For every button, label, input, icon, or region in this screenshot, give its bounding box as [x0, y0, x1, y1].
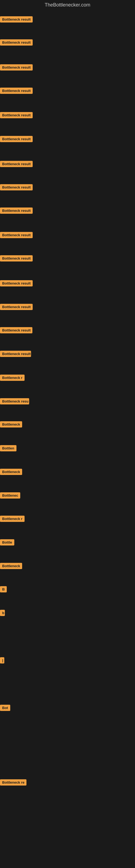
bottleneck-item: Bottleneck [0, 563, 22, 570]
bottleneck-badge: Bottleneck result [0, 232, 33, 238]
bottleneck-item: Bottlenec [0, 492, 20, 500]
bottleneck-badge: Bottleneck r [0, 375, 25, 381]
bottleneck-item: Bottleneck result [0, 88, 33, 95]
bottleneck-badge: Bottleneck re [0, 779, 27, 785]
bottleneck-item: Bottleneck [0, 421, 22, 429]
bottleneck-badge: Bottleneck result [0, 112, 33, 118]
bottleneck-item: Bottle [0, 539, 14, 547]
bottleneck-badge: Bottleneck result [0, 184, 33, 190]
bottleneck-item: Bottleneck result [0, 327, 32, 335]
bottleneck-badge: B [0, 586, 7, 592]
bottleneck-badge: b [0, 610, 5, 616]
site-title: TheBottlenecker.com [0, 0, 135, 9]
bottleneck-item: Bot [0, 705, 10, 712]
bottleneck-badge: Bottleneck [0, 421, 22, 428]
bottleneck-item: | [0, 657, 4, 664]
bottleneck-badge: Bottleneck result [0, 88, 33, 94]
bottleneck-badge: Bottleneck [0, 469, 22, 475]
bottleneck-badge: Bottlen [0, 445, 16, 452]
bottleneck-badge: Bottleneck result [0, 208, 33, 214]
bottleneck-item: Bottleneck re [0, 779, 27, 786]
bottleneck-item: Bottleneck result [0, 351, 31, 358]
bottleneck-badge: | [0, 657, 4, 663]
bottleneck-badge: Bottlenec [0, 492, 20, 499]
bottleneck-badge: Bottleneck result [0, 39, 33, 45]
bottleneck-badge: Bottle [0, 539, 14, 546]
bottleneck-badge: Bottleneck [0, 563, 22, 569]
bottleneck-item: Bottleneck result [0, 39, 33, 46]
bottleneck-item: Bottleneck result [0, 64, 33, 72]
bottleneck-item: Bottleneck result [0, 208, 33, 215]
bottleneck-item: Bottlen [0, 445, 16, 453]
bottleneck-item: B [0, 586, 7, 593]
bottleneck-item: Bottleneck result [0, 16, 33, 24]
bottleneck-badge: Bottleneck result [0, 136, 33, 142]
bottleneck-badge: Bottleneck result [0, 304, 33, 310]
bottleneck-item: Bottleneck result [0, 112, 33, 119]
bottleneck-item: Bottleneck result [0, 280, 33, 287]
bottleneck-badge: Bottleneck result [0, 161, 33, 167]
bottleneck-badge: Bottleneck r [0, 516, 25, 522]
bottleneck-item: Bottleneck r [0, 516, 25, 523]
bottleneck-item: b [0, 610, 5, 617]
bottleneck-item: Bottleneck result [0, 304, 33, 311]
bottleneck-badge: Bottleneck result [0, 255, 33, 261]
bottleneck-badge: Bottleneck result [0, 64, 33, 70]
bottleneck-item: Bottleneck [0, 469, 22, 476]
bottleneck-item: Bottleneck result [0, 136, 33, 143]
bottleneck-item: Bottleneck result [0, 255, 33, 262]
bottleneck-badge: Bottleneck result [0, 351, 31, 357]
bottleneck-badge: Bot [0, 705, 10, 711]
bottleneck-item: Bottleneck result [0, 161, 33, 168]
bottleneck-badge: Bottleneck result [0, 327, 32, 333]
bottleneck-item: Bottleneck r [0, 375, 25, 382]
bottleneck-badge: Bottleneck result [0, 16, 33, 23]
bottleneck-badge: Bottleneck resu [0, 398, 29, 404]
bottleneck-item: Bottleneck result [0, 232, 33, 239]
bottleneck-item: Bottleneck result [0, 184, 33, 191]
bottleneck-badge: Bottleneck result [0, 280, 33, 286]
bottleneck-item: Bottleneck resu [0, 398, 29, 405]
